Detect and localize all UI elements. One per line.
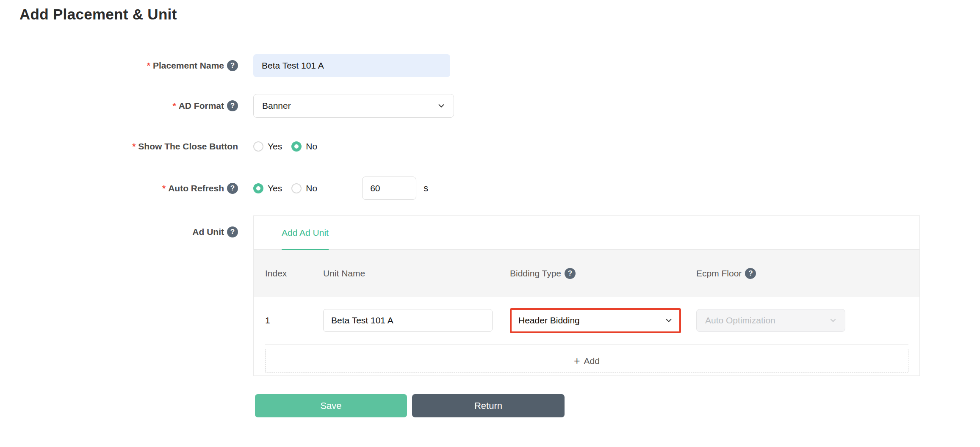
row-ecpm-floor-cell: Auto Optimization: [696, 309, 919, 332]
ad-unit-panel: Add Ad Unit Index Unit Name Bidding Type…: [253, 215, 920, 376]
ad-format-row: * AD Format ? Banner: [0, 94, 454, 118]
ad-unit-help-icon[interactable]: ?: [227, 226, 238, 237]
auto-refresh-radio-yes[interactable]: Yes: [253, 183, 282, 193]
ad-unit-row: Ad Unit ? Add Ad Unit Index Unit Name: [0, 215, 920, 376]
unit-name-input[interactable]: [323, 309, 493, 332]
close-button-radio-yes[interactable]: Yes: [253, 141, 282, 152]
radio-unselected-icon: [291, 183, 302, 193]
column-header-bidding-type: Bidding Type ?: [510, 268, 696, 279]
add-unit-button[interactable]: + Add: [265, 349, 908, 373]
ecpm-floor-selected-value: Auto Optimization: [705, 315, 775, 326]
show-close-button-label-text: Show The Close Button: [138, 141, 238, 152]
auto-refresh-row: * Auto Refresh ? Yes No s: [0, 177, 428, 200]
radio-selected-icon: [253, 183, 263, 193]
page-title: Add Placement & Unit: [19, 6, 177, 23]
row-bidding-type-cell: Header Bidding: [510, 308, 696, 333]
chevron-down-icon: [664, 316, 673, 325]
radio-selected-icon: [291, 141, 302, 152]
ad-unit-label-text: Ad Unit: [192, 227, 224, 237]
show-close-button-row: * Show The Close Button Yes No: [0, 141, 327, 152]
close-button-radio-no-label: No: [306, 141, 317, 152]
ad-format-label-text: AD Format: [179, 101, 224, 111]
column-header-ecpm-floor: Ecpm Floor ?: [696, 268, 919, 279]
show-close-button-label: * Show The Close Button: [0, 141, 238, 152]
required-asterisk: *: [172, 101, 176, 111]
tab-add-ad-unit-label: Add Ad Unit: [282, 228, 329, 238]
form-actions: Save Return: [255, 394, 565, 417]
placement-name-row: * Placement Name ?: [0, 54, 450, 77]
chevron-down-icon: [829, 316, 837, 325]
bidding-type-select[interactable]: Header Bidding: [510, 308, 681, 333]
placement-name-help-icon[interactable]: ?: [227, 60, 238, 71]
column-header-unit-name: Unit Name: [323, 268, 510, 279]
row-divider: [265, 344, 908, 345]
plus-icon: +: [574, 356, 580, 366]
radio-unselected-icon: [253, 141, 263, 152]
auto-refresh-label-text: Auto Refresh: [168, 183, 224, 193]
add-unit-button-label: Add: [584, 356, 600, 366]
tab-add-ad-unit[interactable]: Add Ad Unit: [282, 216, 329, 249]
row-unit-name-cell: [323, 309, 510, 332]
placement-name-input[interactable]: [253, 54, 450, 77]
ad-unit-table-header: Index Unit Name Bidding Type ? Ecpm Floo…: [254, 250, 919, 297]
active-tab-underline: [282, 249, 329, 250]
ad-format-selected-value: Banner: [262, 101, 291, 111]
auto-refresh-help-icon[interactable]: ?: [227, 183, 238, 194]
ad-unit-tabbar: Add Ad Unit: [254, 216, 919, 250]
column-header-index: Index: [265, 268, 323, 279]
return-button[interactable]: Return: [412, 394, 565, 417]
add-placement-page: Add Placement & Unit * Placement Name ? …: [0, 0, 980, 447]
auto-refresh-radio-no-label: No: [306, 183, 317, 193]
required-asterisk: *: [147, 61, 150, 71]
placement-name-label: * Placement Name ?: [0, 60, 238, 71]
required-asterisk: *: [162, 183, 166, 193]
ecpm-floor-help-icon[interactable]: ?: [745, 268, 756, 279]
auto-refresh-label: * Auto Refresh ?: [0, 183, 238, 194]
auto-refresh-radio-yes-label: Yes: [268, 183, 282, 193]
placement-name-label-text: Placement Name: [153, 61, 224, 71]
ecpm-floor-select: Auto Optimization: [696, 309, 845, 332]
ad-unit-label: Ad Unit ?: [0, 215, 238, 237]
bidding-type-selected-value: Header Bidding: [518, 315, 580, 326]
ad-format-label: * AD Format ?: [0, 100, 238, 111]
ad-format-help-icon[interactable]: ?: [227, 100, 238, 111]
save-button[interactable]: Save: [255, 394, 407, 417]
table-row: 1 Header Bidding: [254, 297, 919, 344]
required-asterisk: *: [132, 141, 136, 152]
bidding-type-help-icon[interactable]: ?: [565, 268, 576, 279]
close-button-radio-no[interactable]: No: [291, 141, 317, 152]
row-index-cell: 1: [265, 315, 323, 326]
ad-format-select[interactable]: Banner: [253, 94, 454, 118]
auto-refresh-radio-no[interactable]: No: [291, 183, 317, 193]
auto-refresh-interval-input[interactable]: [362, 177, 416, 200]
chevron-down-icon: [437, 101, 446, 110]
close-button-radio-yes-label: Yes: [268, 141, 282, 152]
seconds-unit-label: s: [424, 183, 428, 194]
